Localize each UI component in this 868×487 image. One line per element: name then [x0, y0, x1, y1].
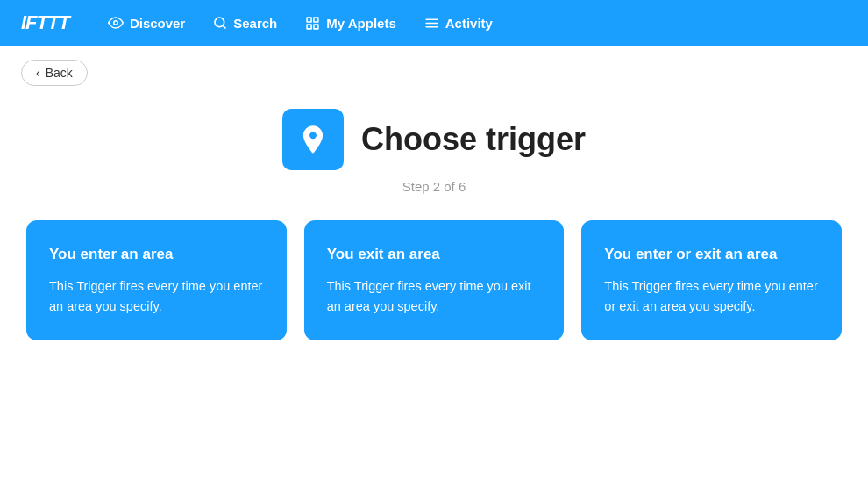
nav-activity-label: Activity [445, 16, 493, 31]
card-enter-area-desc: This Trigger fires every time you enter … [49, 276, 264, 316]
back-section: ‹ Back [0, 46, 868, 100]
card-enter-or-exit-area[interactable]: You enter or exit an area This Trigger f… [581, 220, 842, 340]
nav-discover-label: Discover [130, 16, 185, 31]
search-icon [213, 16, 227, 30]
card-enter-or-exit-area-desc: This Trigger fires every time you enter … [604, 276, 819, 316]
back-chevron-icon: ‹ [36, 66, 40, 80]
logo[interactable]: IFTTT [21, 11, 69, 34]
back-label: Back [46, 66, 73, 80]
nav-activity[interactable]: Activity [410, 0, 507, 46]
svg-rect-5 [307, 24, 311, 28]
page-title: Choose trigger [361, 121, 586, 158]
card-exit-area[interactable]: You exit an area This Trigger fires ever… [304, 220, 565, 340]
svg-point-10 [311, 148, 316, 153]
eye-icon [108, 15, 124, 31]
header-row: Choose trigger [282, 109, 586, 170]
svg-rect-3 [307, 18, 311, 22]
back-button[interactable]: ‹ Back [21, 60, 88, 86]
card-enter-area-title: You enter an area [49, 245, 264, 264]
header-section: Choose trigger Step 2 of 6 [0, 100, 868, 220]
nav-search-label: Search [233, 16, 277, 31]
card-enter-or-exit-area-title: You enter or exit an area [604, 245, 819, 264]
card-exit-area-title: You exit an area [327, 245, 542, 264]
nav-search[interactable]: Search [199, 0, 291, 46]
card-enter-area[interactable]: You enter an area This Trigger fires eve… [26, 220, 287, 340]
list-icon [424, 16, 439, 31]
svg-rect-4 [314, 18, 318, 22]
svg-line-2 [223, 25, 225, 28]
card-exit-area-desc: This Trigger fires every time you exit a… [327, 276, 542, 316]
svg-point-0 [114, 21, 118, 25]
location-icon [296, 123, 330, 156]
step-indicator: Step 2 of 6 [402, 179, 466, 194]
svg-rect-6 [314, 24, 318, 28]
trigger-icon-box [282, 109, 344, 170]
nav-discover[interactable]: Discover [94, 0, 199, 46]
navbar: IFTTT Discover Search My Applets [0, 0, 868, 46]
nav-my-applets-label: My Applets [326, 16, 395, 31]
applets-icon [305, 16, 320, 31]
nav-my-applets[interactable]: My Applets [291, 0, 409, 46]
cards-section: You enter an area This Trigger fires eve… [0, 220, 868, 376]
